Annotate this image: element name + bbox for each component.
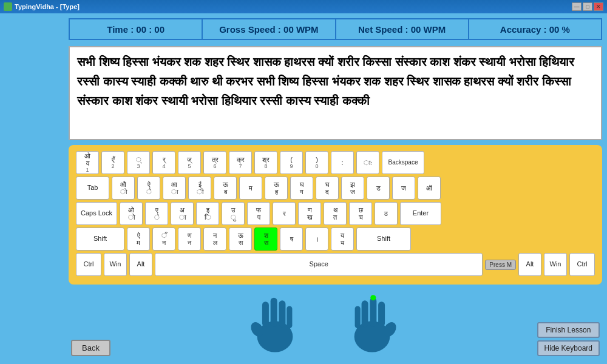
accuracy-value: 00: [549, 24, 560, 35]
key-aa-o[interactable]: ऑ: [418, 177, 441, 200]
time-label: Time :: [107, 24, 134, 35]
key-nn-n[interactable]: णन: [178, 228, 201, 251]
keyboard-row-1: ओव1 एँ2 ्3 र्4 ज्5 त्र6 क्र7 श्र8 (9 )0 …: [76, 151, 595, 174]
key-colon[interactable]: :: [331, 151, 354, 174]
key-ai-e[interactable]: ऐे: [137, 177, 160, 200]
key-3[interactable]: ्3: [127, 151, 150, 174]
ctrl-left-key[interactable]: Ctrl: [76, 253, 101, 276]
key-o-v[interactable]: ओव1: [76, 151, 99, 174]
key-n-l[interactable]: नल: [203, 228, 226, 251]
key-5[interactable]: ज्5: [178, 151, 201, 174]
key-anusvar-n[interactable]: ँन: [152, 228, 175, 251]
key-oo-o2[interactable]: ओो: [120, 202, 143, 225]
alt-left-key[interactable]: Alt: [129, 253, 152, 276]
accuracy-unit: %: [562, 24, 570, 35]
accuracy-label: Accuracy :: [500, 24, 547, 35]
text-display: सभी शिष्य हिस्सा भंयकर शक शहर स्थिर शासक…: [69, 46, 602, 140]
ctrl-right-key[interactable]: Ctrl: [569, 253, 595, 276]
key-gh-g[interactable]: घग: [290, 177, 313, 200]
key-e-e2[interactable]: एे: [145, 202, 168, 225]
title-bar-left: TypingVidha - [Type]: [4, 2, 80, 11]
close-button[interactable]: ✕: [594, 2, 603, 11]
minimize-button[interactable]: —: [572, 2, 582, 11]
hide-keyboard-button[interactable]: Hide Keyboard: [537, 340, 600, 356]
key-9[interactable]: (9: [280, 151, 303, 174]
gross-label: Gross Speed :: [219, 24, 281, 35]
key-chh-ch[interactable]: छच: [349, 202, 372, 225]
bottom-area: Back: [69, 289, 602, 356]
time-value: 00 : 00: [136, 24, 164, 35]
key-y[interactable]: यय: [331, 228, 354, 251]
typing-text: सभी शिष्य हिस्सा भंयकर शक शहर स्थिर शासक…: [77, 55, 574, 107]
key-8[interactable]: श्र8: [254, 151, 277, 174]
space-key[interactable]: Space: [155, 253, 483, 276]
svg-rect-8: [378, 302, 385, 326]
key-r[interactable]: र: [273, 202, 296, 225]
svg-rect-10: [362, 300, 368, 327]
svg-rect-2: [262, 302, 269, 326]
svg-rect-11: [355, 306, 361, 329]
win-right-key[interactable]: Win: [544, 253, 567, 276]
app-icon: [4, 2, 12, 11]
left-hand: [245, 289, 305, 356]
right-buttons: Finish Lesson Hide Keyboard: [537, 322, 600, 356]
keyboard-row-4: Shift ऐम ँन णन नल ऊस शस ष । यय Shift: [76, 228, 595, 251]
press-m-label: Press M: [485, 260, 516, 270]
stats-bar: Time : 00 : 00 Gross Speed : 00 WPM Net …: [69, 18, 602, 40]
key-7[interactable]: क्र7: [229, 151, 252, 174]
key-jh-j[interactable]: झज: [341, 177, 364, 200]
key-au-o[interactable]: औो: [112, 177, 135, 200]
shift-left-key[interactable]: Shift: [76, 228, 124, 251]
main-container: Time : 00 : 00 Gross Speed : 00 WPM Net …: [64, 13, 607, 364]
key-0[interactable]: )0: [305, 151, 328, 174]
svg-rect-9: [370, 298, 377, 327]
key-ai-m[interactable]: ऐम: [127, 228, 150, 251]
key-j[interactable]: ज: [392, 177, 415, 200]
key-uu-b[interactable]: ऊब: [214, 177, 237, 200]
keyboard-row-3: Caps Lock ओो एे अा इि उु फप र णख थत छच ठ…: [76, 202, 595, 225]
backspace-key[interactable]: Backspace: [382, 151, 424, 174]
key-a-aa2[interactable]: अा: [171, 202, 194, 225]
key-uu-s[interactable]: ऊस: [229, 228, 252, 251]
shift-right-key[interactable]: Shift: [356, 228, 411, 251]
key-aa[interactable]: आा: [163, 177, 186, 200]
gross-speed-stat: Gross Speed : 00 WPM: [202, 18, 335, 40]
svg-rect-5: [287, 306, 293, 329]
key-dd[interactable]: ड: [367, 177, 390, 200]
net-label: Net Speed :: [358, 24, 409, 35]
caps-lock-key[interactable]: Caps Lock: [76, 202, 117, 225]
svg-rect-4: [279, 300, 286, 327]
key-sh-sa-highlighted[interactable]: शस: [254, 228, 277, 251]
key-2[interactable]: एँ2: [101, 151, 124, 174]
svg-rect-3: [271, 298, 277, 327]
keyboard-row-2: Tab औो ऐे आा ईी ऊब म ऊह घग घद झज ड ज ऑ: [76, 177, 595, 200]
tab-key[interactable]: Tab: [76, 177, 109, 200]
key-nn-kh[interactable]: णख: [298, 202, 321, 225]
key-i-i2[interactable]: इि: [196, 202, 219, 225]
back-button[interactable]: Back: [71, 340, 110, 356]
key-u-u2[interactable]: उु: [222, 202, 245, 225]
key-gh-d[interactable]: घद: [316, 177, 339, 200]
key-ssa[interactable]: ष: [280, 228, 303, 251]
key-ph-p[interactable]: फप: [247, 202, 270, 225]
alt-right-key[interactable]: Alt: [518, 253, 541, 276]
net-value: 00: [411, 24, 421, 35]
title-bar: TypingVidha - [Type] — □ ✕: [0, 0, 607, 13]
key-visarga[interactable]: ाः: [356, 151, 379, 174]
key-tth[interactable]: ठ: [375, 202, 398, 225]
win-left-key[interactable]: Win: [104, 253, 127, 276]
net-speed-stat: Net Speed : 00 WPM: [336, 18, 469, 40]
finish-lesson-button[interactable]: Finish Lesson: [537, 322, 600, 338]
key-6[interactable]: त्र6: [203, 151, 226, 174]
enter-key[interactable]: Enter: [400, 202, 441, 225]
key-danda[interactable]: ।: [305, 228, 328, 251]
maximize-button[interactable]: □: [583, 2, 592, 11]
key-uu-h[interactable]: ऊह: [265, 177, 288, 200]
sidebar: [0, 13, 64, 364]
key-4[interactable]: र्4: [152, 151, 175, 174]
title-bar-controls[interactable]: — □ ✕: [572, 2, 603, 11]
key-th-t[interactable]: थत: [324, 202, 347, 225]
key-m[interactable]: म: [239, 177, 262, 200]
gross-unit: WPM: [296, 24, 319, 35]
key-ii-i[interactable]: ईी: [188, 177, 211, 200]
